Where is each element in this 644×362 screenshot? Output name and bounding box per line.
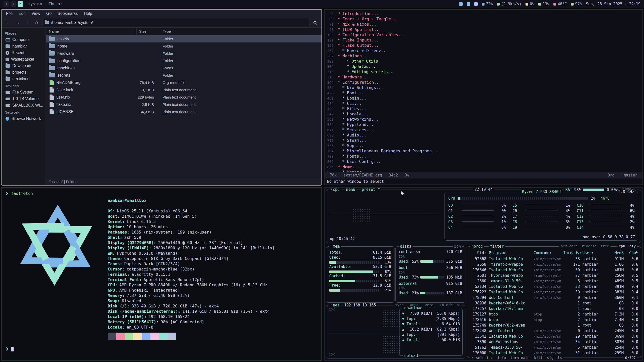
back-button[interactable]: ← (4, 19, 12, 26)
menu-item[interactable]: Help (81, 11, 95, 17)
workspace-button[interactable]: 2 (11, 1, 16, 7)
file-row[interactable]: flake.lock 3,1 KiB Plain text document (46, 86, 321, 94)
sidebar-item[interactable]: Downloads (2, 63, 46, 69)
reverse-toggle[interactable]: reverse (582, 244, 596, 248)
kill-button[interactable]: kill (534, 356, 543, 360)
process-row[interactable]: 38936 kworker/u64:6-kc 1 root 0B 0.0 (470, 300, 638, 306)
process-row[interactable]: 51762 .emacs-31.0.50- /nix/store/wnqz5pa… (470, 345, 638, 350)
file-row[interactable]: configuration Folder (46, 57, 321, 64)
org-heading-line[interactable]: 316 * Hardware... (325, 74, 642, 80)
file-row[interactable]: LICENSE 34,3 KiB Plain text document (46, 108, 321, 115)
process-row[interactable]: 175749 kworker/6:2-even 1 root 0B 0.0 (470, 323, 638, 328)
menu-item[interactable]: Go (44, 11, 54, 17)
header-pid[interactable]: Pid: (470, 251, 486, 255)
org-heading-line[interactable]: 484 * CLI... (325, 101, 642, 106)
emacs-buffer[interactable]: 34 * Introduction... 65 * Emacs + Org + … (325, 10, 642, 172)
org-heading-line[interactable]: 303 * Other Utils (325, 59, 642, 64)
preset-button[interactable]: preset * (360, 187, 381, 192)
org-heading-line[interactable]: 584 * Hyprland... (325, 122, 642, 127)
tray-module[interactable]: (2.9kb/s) (497, 2, 521, 6)
org-heading-line[interactable]: 499 * Files... (325, 106, 642, 111)
terminate-button[interactable]: terminate (510, 356, 530, 360)
cpu-box-tab[interactable]: ¹cpu (329, 187, 341, 192)
header-threads[interactable]: Threads: (563, 251, 580, 255)
sort-selector[interactable]: cpu lazy (617, 244, 637, 248)
column-header-size[interactable]: Size (136, 28, 156, 35)
clock[interactable]: Sun, 28 Sep 2025 - 22:19 (586, 2, 640, 6)
org-heading-line[interactable]: 671 * Services... (325, 127, 642, 132)
net-box-tab[interactable]: ³net (329, 303, 341, 307)
sidebar-device-item[interactable]: 1,0 TB Volume (2, 96, 46, 102)
column-header-type[interactable]: Type (156, 28, 321, 35)
tree-toggle[interactable]: tree (600, 244, 609, 248)
org-heading-line[interactable]: 809 * User Config... (325, 159, 642, 164)
disks-box-tab[interactable]: disks (399, 244, 413, 249)
file-row[interactable]: hardware Folder (46, 50, 321, 57)
org-heading-line[interactable]: 764 * Miscellaneous Packages and Program… (325, 148, 642, 154)
tray-module[interactable]: 97% (571, 2, 582, 6)
sidebar-item[interactable]: nambiar (2, 43, 46, 50)
sidebar-item[interactable]: Computer (2, 36, 46, 43)
org-heading-line[interactable]: 855 * Waubar... (325, 169, 642, 172)
org-heading-line[interactable]: 825 * Home... (325, 164, 642, 169)
process-row[interactable]: 177257 kworker/10:1-mm_ 1 root 0B 0.0 (470, 306, 638, 311)
org-heading-line[interactable]: 799 * Fonts... (325, 154, 642, 159)
info-button[interactable]: info (497, 356, 506, 360)
org-heading-line[interactable]: 93 * TLDR App List... (325, 27, 642, 32)
process-row[interactable]: 2601 .Hyprland-wrapp /run/current-system… (470, 273, 638, 278)
org-heading-line[interactable]: 384 * Nix Settings... (325, 85, 642, 90)
process-row[interactable]: 179127 btop btop 2 nambiar 7.3M 0.0 (470, 311, 638, 317)
tray-app-icon[interactable] (459, 2, 463, 6)
menu-item[interactable]: File (4, 11, 15, 17)
org-heading-line[interactable]: 717 * Steam... (325, 138, 642, 143)
tray-app-icon[interactable] (474, 2, 478, 6)
path-bar[interactable]: /home/nambiar/system/ (42, 19, 309, 26)
file-row[interactable]: README.org 76,4 KiB Org-mode file (46, 79, 321, 86)
header-user[interactable]: User: (582, 251, 606, 255)
org-heading-line[interactable]: 103 * Configuration Variables... (325, 32, 642, 37)
home-button[interactable]: ⌂ (33, 19, 41, 26)
org-heading-line[interactable]: 344 * Configuration... (325, 80, 642, 85)
file-row[interactable]: flake.nix 2,5 KiB Plain text document (46, 101, 321, 108)
sidebar-device-item[interactable]: File System (2, 89, 46, 96)
up-button[interactable]: ↑ (23, 19, 31, 26)
workspace-button[interactable]: 3 (18, 1, 23, 7)
process-row[interactable]: 52368 Isolated Web Co /nix/store/sm8fnrf… (470, 256, 638, 262)
process-row[interactable]: 2658 .firefox-wrappe /nix/store/sm8fnrf3… (470, 262, 638, 267)
column-header-name[interactable]: Name (46, 29, 136, 33)
sidebar-item[interactable]: nextcloud (2, 76, 46, 82)
org-heading-line[interactable]: 563 * Networking... (325, 117, 642, 122)
sidebar-device-item[interactable]: SMALLBOX Wi... (2, 102, 46, 109)
sidebar-item[interactable]: projects (2, 69, 46, 76)
menu-item[interactable]: View (29, 11, 43, 17)
org-heading-line[interactable]: 428 * Boot... (325, 90, 642, 96)
process-row[interactable]: 178248 Web Content /nix/store/sm8fnrf3wp… (470, 328, 638, 334)
process-row[interactable]: 178616 btop btop 2 nambiar 7.4M 0.0 (470, 317, 638, 323)
file-row[interactable]: machines Folder (46, 64, 321, 72)
file-row[interactable]: user.nix 229 bytes Plain text document (46, 94, 321, 101)
process-row[interactable]: 3390 WebExtensions /nix/store/sm8fnrf3wp… (470, 339, 638, 345)
org-heading-line[interactable]: 71 * Nix & Nixos... (325, 22, 642, 27)
tray-module[interactable]: 13% (538, 2, 549, 6)
file-row[interactable]: secrets Folder (46, 72, 321, 79)
workspace-button[interactable]: 1 (4, 1, 9, 7)
select-hint[interactable]: ↑ select ↓ (472, 356, 493, 360)
org-heading-line[interactable]: 65 * Emacs + Org + Tangle... (325, 16, 642, 22)
per-core-toggle[interactable]: per-core (561, 244, 578, 248)
io-toggle[interactable]: io% (453, 244, 462, 249)
tray-app-icon[interactable] (467, 2, 470, 6)
header-command[interactable]: Command: (534, 251, 561, 255)
process-row[interactable]: 176223 Isolated Web Co /nix/store/sm8fnr… (470, 289, 638, 295)
org-heading-line[interactable]: 304 * Updates... (325, 64, 642, 69)
process-row[interactable]: 2660 .emacs-31.0.50- /nix/store/wnqz5pa8… (470, 278, 638, 284)
header-mem[interactable]: MemB (608, 251, 624, 255)
process-row[interactable]: 176000 Isolated Web Co /nix/store/sm8fnr… (470, 350, 638, 356)
org-heading-line[interactable]: 736 * Sops... (325, 143, 642, 148)
file-row[interactable]: assets Folder (46, 35, 321, 42)
filter-button[interactable]: filter (489, 244, 505, 249)
process-row[interactable]: 178294 Web Content /nix/store/sm8fnrf3wp… (470, 295, 638, 300)
sidebar-item[interactable]: Wastebasket (2, 56, 46, 63)
header-cpu[interactable]: Cpu% (626, 251, 638, 255)
tray-module[interactable]: 46°C (553, 2, 567, 6)
menu-button[interactable]: menu (345, 187, 356, 192)
